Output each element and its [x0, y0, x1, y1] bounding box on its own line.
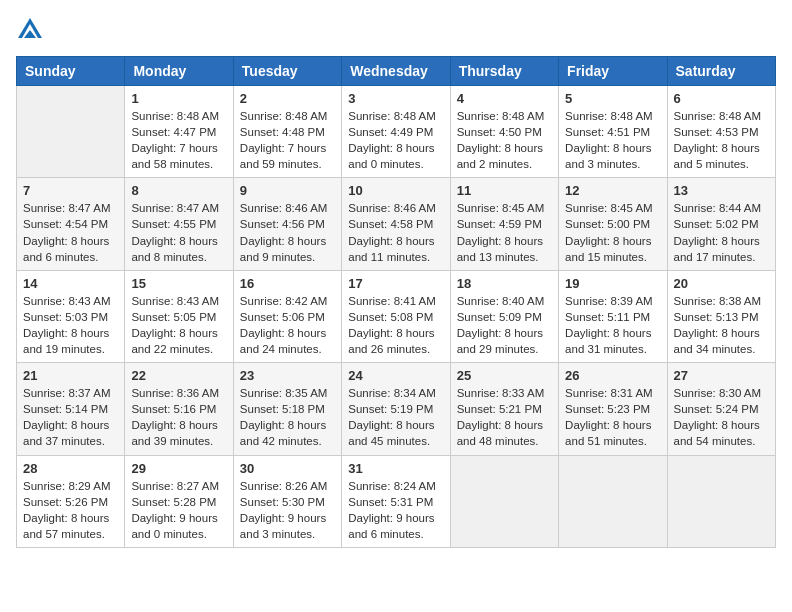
day-number: 1	[131, 91, 226, 106]
page-header	[16, 16, 776, 44]
calendar-cell: 12Sunrise: 8:45 AM Sunset: 5:00 PM Dayli…	[559, 178, 667, 270]
weekday-header-friday: Friday	[559, 57, 667, 86]
calendar-cell: 2Sunrise: 8:48 AM Sunset: 4:48 PM Daylig…	[233, 86, 341, 178]
day-info: Sunrise: 8:47 AM Sunset: 4:54 PM Dayligh…	[23, 200, 118, 264]
calendar-cell: 1Sunrise: 8:48 AM Sunset: 4:47 PM Daylig…	[125, 86, 233, 178]
day-info: Sunrise: 8:43 AM Sunset: 5:03 PM Dayligh…	[23, 293, 118, 357]
day-number: 17	[348, 276, 443, 291]
calendar-cell: 23Sunrise: 8:35 AM Sunset: 5:18 PM Dayli…	[233, 363, 341, 455]
calendar-cell: 21Sunrise: 8:37 AM Sunset: 5:14 PM Dayli…	[17, 363, 125, 455]
day-number: 6	[674, 91, 769, 106]
calendar-cell: 30Sunrise: 8:26 AM Sunset: 5:30 PM Dayli…	[233, 455, 341, 547]
calendar-cell: 18Sunrise: 8:40 AM Sunset: 5:09 PM Dayli…	[450, 270, 558, 362]
logo-icon	[16, 16, 44, 44]
calendar-week-1: 1Sunrise: 8:48 AM Sunset: 4:47 PM Daylig…	[17, 86, 776, 178]
day-number: 28	[23, 461, 118, 476]
day-info: Sunrise: 8:36 AM Sunset: 5:16 PM Dayligh…	[131, 385, 226, 449]
calendar-cell: 5Sunrise: 8:48 AM Sunset: 4:51 PM Daylig…	[559, 86, 667, 178]
day-info: Sunrise: 8:48 AM Sunset: 4:51 PM Dayligh…	[565, 108, 660, 172]
weekday-header-row: SundayMondayTuesdayWednesdayThursdayFrid…	[17, 57, 776, 86]
calendar-cell: 8Sunrise: 8:47 AM Sunset: 4:55 PM Daylig…	[125, 178, 233, 270]
day-number: 10	[348, 183, 443, 198]
day-info: Sunrise: 8:26 AM Sunset: 5:30 PM Dayligh…	[240, 478, 335, 542]
day-info: Sunrise: 8:47 AM Sunset: 4:55 PM Dayligh…	[131, 200, 226, 264]
calendar-cell: 28Sunrise: 8:29 AM Sunset: 5:26 PM Dayli…	[17, 455, 125, 547]
calendar-table: SundayMondayTuesdayWednesdayThursdayFrid…	[16, 56, 776, 548]
day-info: Sunrise: 8:43 AM Sunset: 5:05 PM Dayligh…	[131, 293, 226, 357]
logo	[16, 16, 48, 44]
weekday-header-monday: Monday	[125, 57, 233, 86]
calendar-cell: 3Sunrise: 8:48 AM Sunset: 4:49 PM Daylig…	[342, 86, 450, 178]
day-info: Sunrise: 8:48 AM Sunset: 4:48 PM Dayligh…	[240, 108, 335, 172]
day-info: Sunrise: 8:41 AM Sunset: 5:08 PM Dayligh…	[348, 293, 443, 357]
weekday-header-sunday: Sunday	[17, 57, 125, 86]
day-number: 30	[240, 461, 335, 476]
calendar-cell: 16Sunrise: 8:42 AM Sunset: 5:06 PM Dayli…	[233, 270, 341, 362]
calendar-cell: 20Sunrise: 8:38 AM Sunset: 5:13 PM Dayli…	[667, 270, 775, 362]
weekday-header-thursday: Thursday	[450, 57, 558, 86]
day-info: Sunrise: 8:34 AM Sunset: 5:19 PM Dayligh…	[348, 385, 443, 449]
calendar-cell: 6Sunrise: 8:48 AM Sunset: 4:53 PM Daylig…	[667, 86, 775, 178]
weekday-header-wednesday: Wednesday	[342, 57, 450, 86]
calendar-cell: 15Sunrise: 8:43 AM Sunset: 5:05 PM Dayli…	[125, 270, 233, 362]
calendar-cell: 17Sunrise: 8:41 AM Sunset: 5:08 PM Dayli…	[342, 270, 450, 362]
day-number: 12	[565, 183, 660, 198]
day-info: Sunrise: 8:45 AM Sunset: 5:00 PM Dayligh…	[565, 200, 660, 264]
day-info: Sunrise: 8:42 AM Sunset: 5:06 PM Dayligh…	[240, 293, 335, 357]
day-number: 16	[240, 276, 335, 291]
day-info: Sunrise: 8:46 AM Sunset: 4:58 PM Dayligh…	[348, 200, 443, 264]
day-number: 2	[240, 91, 335, 106]
calendar-cell: 26Sunrise: 8:31 AM Sunset: 5:23 PM Dayli…	[559, 363, 667, 455]
day-number: 27	[674, 368, 769, 383]
day-info: Sunrise: 8:44 AM Sunset: 5:02 PM Dayligh…	[674, 200, 769, 264]
calendar-cell: 11Sunrise: 8:45 AM Sunset: 4:59 PM Dayli…	[450, 178, 558, 270]
day-info: Sunrise: 8:39 AM Sunset: 5:11 PM Dayligh…	[565, 293, 660, 357]
day-info: Sunrise: 8:35 AM Sunset: 5:18 PM Dayligh…	[240, 385, 335, 449]
day-number: 13	[674, 183, 769, 198]
day-number: 24	[348, 368, 443, 383]
day-number: 25	[457, 368, 552, 383]
calendar-cell: 4Sunrise: 8:48 AM Sunset: 4:50 PM Daylig…	[450, 86, 558, 178]
calendar-cell: 31Sunrise: 8:24 AM Sunset: 5:31 PM Dayli…	[342, 455, 450, 547]
weekday-header-tuesday: Tuesday	[233, 57, 341, 86]
day-number: 26	[565, 368, 660, 383]
calendar-week-5: 28Sunrise: 8:29 AM Sunset: 5:26 PM Dayli…	[17, 455, 776, 547]
day-number: 15	[131, 276, 226, 291]
weekday-header-saturday: Saturday	[667, 57, 775, 86]
calendar-week-2: 7Sunrise: 8:47 AM Sunset: 4:54 PM Daylig…	[17, 178, 776, 270]
day-info: Sunrise: 8:40 AM Sunset: 5:09 PM Dayligh…	[457, 293, 552, 357]
calendar-week-3: 14Sunrise: 8:43 AM Sunset: 5:03 PM Dayli…	[17, 270, 776, 362]
day-number: 9	[240, 183, 335, 198]
calendar-cell: 10Sunrise: 8:46 AM Sunset: 4:58 PM Dayli…	[342, 178, 450, 270]
day-number: 29	[131, 461, 226, 476]
day-info: Sunrise: 8:37 AM Sunset: 5:14 PM Dayligh…	[23, 385, 118, 449]
day-info: Sunrise: 8:46 AM Sunset: 4:56 PM Dayligh…	[240, 200, 335, 264]
calendar-cell: 9Sunrise: 8:46 AM Sunset: 4:56 PM Daylig…	[233, 178, 341, 270]
day-info: Sunrise: 8:31 AM Sunset: 5:23 PM Dayligh…	[565, 385, 660, 449]
calendar-cell: 7Sunrise: 8:47 AM Sunset: 4:54 PM Daylig…	[17, 178, 125, 270]
day-info: Sunrise: 8:48 AM Sunset: 4:53 PM Dayligh…	[674, 108, 769, 172]
day-number: 4	[457, 91, 552, 106]
day-info: Sunrise: 8:48 AM Sunset: 4:47 PM Dayligh…	[131, 108, 226, 172]
calendar-cell: 13Sunrise: 8:44 AM Sunset: 5:02 PM Dayli…	[667, 178, 775, 270]
calendar-cell: 25Sunrise: 8:33 AM Sunset: 5:21 PM Dayli…	[450, 363, 558, 455]
day-info: Sunrise: 8:33 AM Sunset: 5:21 PM Dayligh…	[457, 385, 552, 449]
calendar-cell: 22Sunrise: 8:36 AM Sunset: 5:16 PM Dayli…	[125, 363, 233, 455]
calendar-cell	[667, 455, 775, 547]
day-info: Sunrise: 8:38 AM Sunset: 5:13 PM Dayligh…	[674, 293, 769, 357]
day-number: 18	[457, 276, 552, 291]
day-number: 23	[240, 368, 335, 383]
day-number: 14	[23, 276, 118, 291]
calendar-cell	[17, 86, 125, 178]
calendar-cell: 29Sunrise: 8:27 AM Sunset: 5:28 PM Dayli…	[125, 455, 233, 547]
calendar-cell: 27Sunrise: 8:30 AM Sunset: 5:24 PM Dayli…	[667, 363, 775, 455]
day-number: 5	[565, 91, 660, 106]
day-number: 11	[457, 183, 552, 198]
calendar-cell	[559, 455, 667, 547]
day-info: Sunrise: 8:29 AM Sunset: 5:26 PM Dayligh…	[23, 478, 118, 542]
day-info: Sunrise: 8:48 AM Sunset: 4:50 PM Dayligh…	[457, 108, 552, 172]
day-info: Sunrise: 8:24 AM Sunset: 5:31 PM Dayligh…	[348, 478, 443, 542]
day-number: 8	[131, 183, 226, 198]
day-number: 19	[565, 276, 660, 291]
day-number: 20	[674, 276, 769, 291]
